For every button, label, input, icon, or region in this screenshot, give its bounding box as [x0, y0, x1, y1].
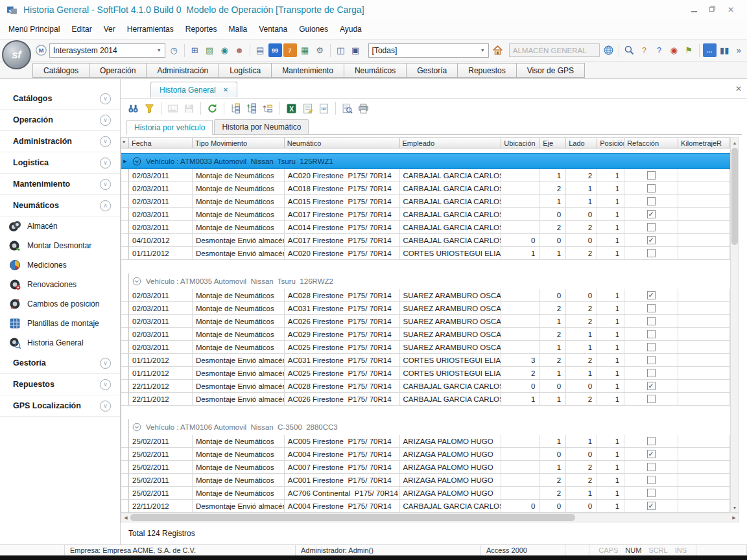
sidebar-item-cambios-de-posicion[interactable]: Cambios de posición	[0, 294, 120, 314]
grid-row[interactable]: 01/11/2012Desmontaje Envió almacénAC020 …	[121, 247, 730, 260]
vertical-scrollbar[interactable]: ▲ ▼	[730, 137, 739, 513]
globe-icon[interactable]	[602, 43, 615, 57]
flag-icon[interactable]: ⚑	[682, 43, 696, 57]
image-icon[interactable]: ▨	[203, 43, 217, 57]
pane-close-icon[interactable]: ✕	[735, 84, 742, 93]
refaccion-checkbox[interactable]	[647, 343, 656, 351]
new-report-icon[interactable]: ▤	[254, 43, 267, 57]
vertical-scroll-thumb[interactable]	[731, 148, 738, 245]
refaccion-checkbox[interactable]	[647, 171, 656, 180]
refaccion-checkbox[interactable]	[647, 489, 656, 497]
grid-row[interactable]: 25/02/2011Montaje de NeumáticosAC005 Fir…	[121, 435, 730, 448]
company-select[interactable]: Interasystem 2014 ▼	[49, 43, 165, 58]
sidebar-section-catalogos[interactable]: Catálogos∨	[0, 88, 120, 110]
group-header-row[interactable]: ▶Vehículo : ATM0033 Automovil Nissan Tsu…	[121, 153, 730, 169]
grid-row[interactable]: 02/03/2011Montaje de NeumáticosAC026 Fir…	[121, 315, 730, 328]
column-header-neumatico[interactable]: Neumático	[285, 138, 400, 148]
preview-icon[interactable]	[340, 102, 354, 115]
refaccion-checkbox[interactable]: ✓	[647, 450, 656, 458]
sidebar-item-montar-desmontar[interactable]: Montar Desmontar	[0, 236, 120, 255]
grid-row[interactable]: 25/02/2011Montaje de NeumáticosAC007 Fir…	[121, 461, 730, 474]
bug-icon[interactable]: ◉	[667, 43, 681, 57]
sidebar-section-gestoria[interactable]: Gestoría∨	[0, 353, 120, 374]
refaccion-checkbox[interactable]	[647, 476, 656, 484]
group-header-row[interactable]: Vehículo : ATM0035 Automovil Nissan Tsur…	[121, 274, 730, 289]
grid-row[interactable]: 02/03/2011Montaje de NeumáticosAC031 Fir…	[121, 302, 730, 315]
scroll-down-icon[interactable]: ▼	[731, 503, 739, 512]
tab-close-icon[interactable]: ✕	[223, 86, 228, 93]
sidebar-item-mediciones[interactable]: Mediciones	[0, 255, 120, 275]
grid-row[interactable]: 02/03/2011Montaje de NeumáticosAC028 Fir…	[121, 289, 730, 302]
column-header-kilometrajer[interactable]: KilometrajeR	[678, 138, 730, 148]
grid-row[interactable]: 01/11/2012Desmontaje Envió almacénAC031 …	[121, 354, 730, 367]
grid-row[interactable]: 25/02/2011Montaje de NeumáticosAC004 Fir…	[121, 448, 730, 461]
refaccion-checkbox[interactable]: ✓	[647, 236, 656, 244]
grid-row[interactable]: 25/02/2011Montaje de NeumáticosAC706 Con…	[121, 487, 730, 500]
menu-item-herramientas[interactable]: Herramientas	[121, 22, 180, 36]
spreadsheet-icon[interactable]: ▦	[298, 43, 312, 57]
grid-row[interactable]: 22/11/2012Desmontaje Envió almacénAC026 …	[121, 393, 730, 406]
refaccion-checkbox[interactable]	[647, 249, 656, 257]
refaccion-checkbox[interactable]	[647, 369, 656, 377]
scope-select[interactable]: [Todas] ▼	[368, 43, 489, 58]
warehouse-field[interactable]	[509, 43, 600, 57]
refaccion-checkbox[interactable]	[647, 184, 656, 192]
toolbar-overflow-button[interactable]: »	[733, 45, 744, 55]
grid-row[interactable]: 04/10/2012Desmontaje Envió almacénAC017 …	[121, 234, 730, 247]
print-icon[interactable]	[357, 102, 370, 115]
subtab-historia-por-vehiculo[interactable]: Historia por vehículo	[126, 120, 213, 135]
org-chart-icon[interactable]: ⊞	[188, 43, 202, 57]
grid-row[interactable]: 02/03/2011Montaje de NeumáticosAC029 Fir…	[121, 328, 730, 341]
tab-catalogos[interactable]: Catálogos	[32, 63, 89, 78]
grid-row[interactable]: 22/11/2012Desmontaje Envió almacénAC028 …	[121, 380, 730, 393]
menu-item-malla[interactable]: Malla	[222, 22, 253, 36]
clock-icon[interactable]: ◷	[167, 43, 181, 57]
column-header-empleado[interactable]: Empleado	[400, 138, 502, 148]
menu-item-ver[interactable]: Ver	[98, 22, 121, 36]
grid-row[interactable]: 02/03/2011Montaje de NeumáticosAC014 Fir…	[121, 221, 730, 234]
refaccion-checkbox[interactable]	[647, 395, 656, 403]
group-collapse-icon[interactable]	[132, 277, 141, 286]
close-icon[interactable]: ✕	[728, 5, 734, 14]
column-header-eje[interactable]: Eje	[540, 138, 566, 148]
menu-item-reportes[interactable]: Reportes	[180, 22, 223, 36]
chevron-down-icon[interactable]: ∨	[100, 136, 111, 147]
scroll-left-icon[interactable]: ◀	[121, 513, 130, 522]
grid-row[interactable]: 02/03/2011Montaje de NeumáticosAC018 Fir…	[121, 182, 730, 195]
calendar-icon[interactable]: 7	[283, 43, 297, 57]
find-icon[interactable]	[126, 102, 140, 115]
chevron-down-icon[interactable]: ∨	[100, 93, 111, 104]
gear-icon[interactable]: ⚙	[313, 43, 327, 57]
chevron-down-icon[interactable]: ∨	[100, 379, 111, 390]
scroll-up-icon[interactable]: ▲	[731, 138, 739, 147]
group-header-row[interactable]: Vehículo : ATM0106 Automovil Nissan C-35…	[121, 419, 730, 435]
subtab-historia-por-neumatico[interactable]: Historia por Neumático	[214, 119, 309, 134]
menu-item-ayuda[interactable]: Ayuda	[334, 22, 368, 36]
screens-icon[interactable]: ▮▮	[718, 43, 731, 57]
session-icon[interactable]: M	[35, 44, 47, 56]
grid-row[interactable]: 02/03/2011Montaje de NeumáticosAC025 Fir…	[121, 341, 730, 354]
export-excel-icon[interactable]: X	[285, 102, 298, 115]
chevron-down-icon[interactable]: ∨	[100, 358, 111, 369]
filter-icon[interactable]	[143, 102, 156, 115]
column-header-posicion[interactable]: Posición	[597, 138, 624, 148]
grid-row[interactable]: 02/03/2011Montaje de NeumáticosAC020 Fir…	[121, 169, 730, 182]
grid-row[interactable]: 02/03/2011Montaje de NeumáticosAC017 Fir…	[121, 208, 730, 221]
sidebar-item-historia-general[interactable]: Historia General	[0, 333, 120, 353]
refaccion-checkbox[interactable]: ✓	[647, 382, 656, 390]
badge-99-icon[interactable]: 99	[268, 43, 282, 57]
chevron-up-icon[interactable]: ∧	[100, 200, 111, 211]
refresh-icon[interactable]	[206, 102, 219, 115]
export-notepad-icon[interactable]	[301, 102, 314, 115]
sidebar-section-neumaticos[interactable]: Neumáticos∧	[0, 195, 120, 216]
expand-all-icon[interactable]	[245, 102, 259, 115]
refaccion-checkbox[interactable]	[647, 223, 656, 231]
tab-historia-general[interactable]: Historia General ✕	[150, 82, 237, 98]
column-header-tipo-movimiento[interactable]: Tipo Movimiento	[193, 138, 285, 148]
save-icon[interactable]	[182, 102, 196, 115]
grid-row[interactable]: 02/03/2011Montaje de NeumáticosAC015 Fir…	[121, 195, 730, 208]
search-page-icon[interactable]	[622, 43, 636, 57]
refaccion-checkbox[interactable]	[647, 317, 656, 325]
refaccion-checkbox[interactable]: ✓	[647, 291, 656, 299]
column-header-fecha[interactable]: Fecha	[129, 138, 193, 148]
